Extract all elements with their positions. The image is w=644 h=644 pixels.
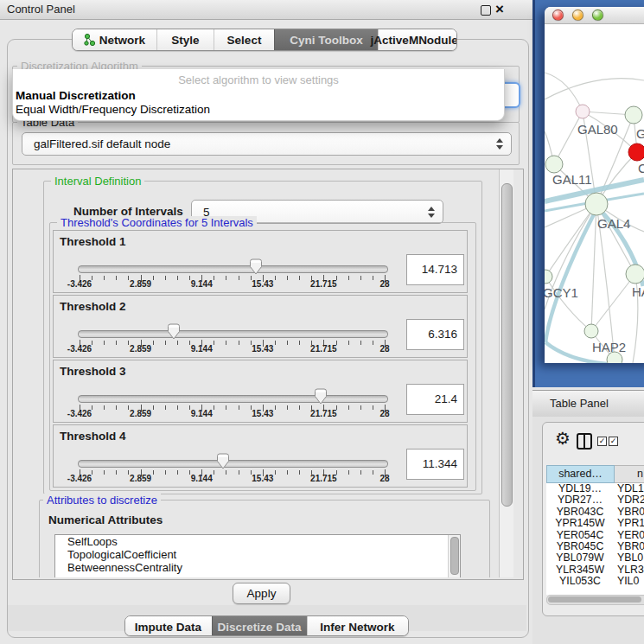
threshold-value-field[interactable]: 6.316 [406,319,464,350]
cell-shared-name: YIL053C [546,576,614,587]
node-hap2[interactable] [584,324,598,338]
slider-tick [348,276,349,280]
node-gal11[interactable] [545,156,563,173]
list-item[interactable]: SelfLoops [55,535,460,548]
close-icon[interactable]: × [495,0,504,19]
node-ga[interactable] [625,106,642,124]
table-data-combobox[interactable]: galFiltered.sif default node [22,132,512,156]
table-row[interactable]: YIL053CYIL0 [546,576,644,587]
threshold-slider[interactable] [78,265,388,273]
checkbox-icon[interactable]: ✓ [609,437,618,446]
table-data-value: galFiltered.sif default node [22,137,495,150]
slider-tick [92,341,92,345]
list-item[interactable]: BetweennessCentrality [55,561,460,574]
slider-thumb[interactable] [249,258,263,277]
slider-thumb[interactable] [216,453,230,472]
table-row[interactable]: YBR045CYBR0 [546,541,644,552]
table-row[interactable]: YER054CYER0 [546,530,644,541]
node-label: C [638,161,644,175]
traffic-light-zoom-icon[interactable] [592,10,603,21]
float-window-icon[interactable] [481,5,491,16]
tab-discretize-data[interactable]: Discretize Data [212,616,307,636]
stepper-icon [427,207,435,218]
tab-impute-data[interactable]: Impute Data [125,616,212,636]
slider-tick [92,405,92,410]
tab-jactivemnodules[interactable]: jActiveMNodules [378,29,456,50]
table-row[interactable]: YDR27…YDR2 [546,494,644,506]
node-gal80[interactable] [576,105,590,118]
slider-tick [287,341,288,345]
table-hscrollbar[interactable] [546,595,644,605]
slider-thumb[interactable] [314,388,328,407]
attributes-list[interactable]: SelfLoopsTopologicalCoefficientBetweenne… [54,534,461,577]
network-edge[interactable] [545,79,644,99]
node-label: HAP2 [592,340,626,354]
popup-item-manual-discretization[interactable]: Manual Discretization [16,89,136,102]
network-canvas[interactable]: GAL80GACGAL11GAL4HAGCY1HAP2 [545,24,644,363]
slider-tick [299,405,300,410]
node-c[interactable] [628,143,644,161]
cell-name: YIL0 [614,576,644,587]
network-edge[interactable] [545,73,583,112]
slider-thumb[interactable] [167,323,181,342]
list-item[interactable]: TopologicalCoefficient [55,548,460,561]
slider-tick [104,276,105,280]
slider-tick [239,470,239,475]
network-edge[interactable] [591,274,635,331]
node-table: shared…n YDL19…YDL1YDR27…YDR2YBR043CYBR0… [546,465,644,595]
cell-shared-name: YBR043C [546,507,614,518]
tab-select[interactable]: Select [214,29,274,50]
attributes-list-scrollbar[interactable] [448,535,460,577]
traffic-light-close-icon[interactable] [552,10,564,21]
main-scrollbar[interactable] [499,169,513,577]
tab-infer-network[interactable]: Infer Network [307,616,408,636]
threshold-panel-4: Threshold 4-3.4262.8599.14415.4321.71528… [53,424,468,488]
threshold-slider[interactable] [78,330,388,338]
checkbox-icon[interactable]: ✓ [597,437,607,446]
slider-tick [239,276,239,280]
table-row[interactable]: YPR145WYPR1 [546,518,644,529]
network-edge[interactable] [591,204,596,331]
slider-tick-label: 9.144 [191,474,213,483]
cell-name: YLR3 [614,564,644,576]
cell-shared-name: YDR27… [546,494,614,506]
table-hscrollbar-thumb[interactable] [548,596,641,603]
main-scrollbar-thumb[interactable] [501,183,513,507]
split-pane-icon[interactable] [577,433,592,450]
slider-tick-label: -3.426 [67,474,92,483]
algorithm-popup: Select algorithm to view settings Manual… [12,69,505,121]
popup-item-equal-width-frequency-discretization[interactable]: Equal Width/Frequency Discretization [16,103,210,116]
tab-network[interactable]: Network [73,29,156,50]
node-gcy1[interactable] [545,270,552,284]
threshold-value-field[interactable]: 21.4 [406,384,464,415]
tab-style[interactable]: Style [156,29,214,50]
cell-name: YDL1 [614,483,644,494]
column-header-shared[interactable]: shared… [546,465,615,483]
threshold-value-field[interactable]: 14.713 [406,254,464,285]
table-row[interactable]: YLR345WYLR3 [546,564,644,576]
gear-icon[interactable]: ⚙ [555,428,571,449]
traffic-light-minimize-icon[interactable] [572,10,583,21]
slider-tick [239,405,239,410]
threshold-slider[interactable] [78,460,388,468]
cell-shared-name: YER054C [546,530,614,541]
table-row[interactable]: YBL079WYBL0 [546,552,644,564]
node-ha[interactable] [626,265,644,284]
slider-tick-label: 15.43 [252,279,273,289]
slider-tick [360,405,361,410]
table-row[interactable]: YBR043CYBR0 [546,507,644,518]
table-row[interactable]: YDL19…YDL1 [546,483,644,494]
column-header-n[interactable]: n [615,465,644,483]
tab-cyni-toolbox[interactable]: Cyni Toolbox [274,29,378,50]
node-gal4[interactable] [585,193,608,215]
apply-button[interactable]: Apply [233,583,290,604]
threshold-slider[interactable] [78,395,388,403]
slider-tick [373,470,373,475]
cell-shared-name: YLR345W [546,564,614,576]
slider-tick-label: 2.859 [130,409,151,418]
slider-tick-label: 15.43 [252,344,273,354]
threshold-value-field[interactable]: 11.344 [406,449,464,480]
slider-tick [287,405,288,410]
slider-tick [373,405,373,410]
network-edge-thick[interactable] [545,213,595,342]
